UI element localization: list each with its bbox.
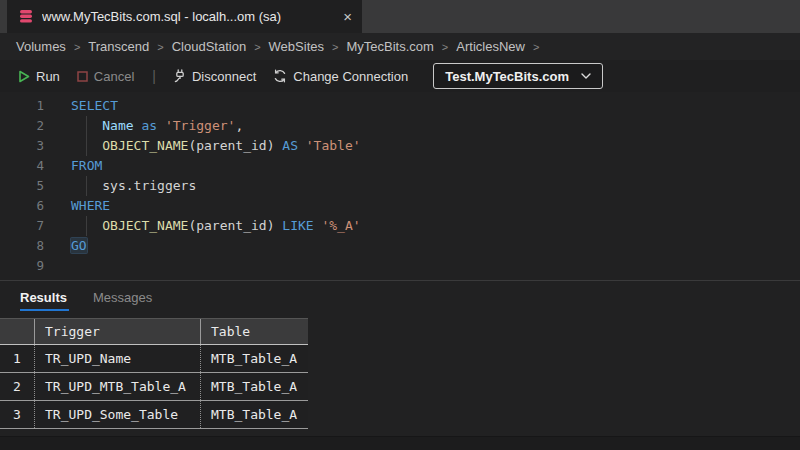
grid-cell[interactable]: TR_UPD_MTB_Table_A [34,373,200,400]
breadcrumb-separator-icon: > [254,41,260,53]
line-number: 4 [0,156,44,176]
line-number: 6 [0,196,44,216]
disconnect-label: Disconnect [192,69,256,84]
tab-results[interactable]: Results [20,290,67,314]
code-token: OBJECT_NAME [102,138,188,153]
results-panel: ResultsMessages TriggerTable1TR_UPD_Name… [0,280,800,429]
code-token: WHERE [71,198,110,213]
breadcrumb-item[interactable]: WebSites [269,39,324,54]
indent-guide [71,216,102,236]
grid-header-cell[interactable] [0,319,34,344]
table-row[interactable]: 1TR_UPD_NameMTB_Table_A [0,345,308,373]
breadcrumb-item[interactable]: MyTecBits.com [346,39,433,54]
breadcrumb-separator-icon: > [74,41,80,53]
change-connection-button[interactable]: Change Connection [273,69,408,84]
code-text: SELECT [71,96,118,116]
indent-guide [71,116,102,136]
code-text: OBJECT_NAME(parent_id) LIKE '%_A' [71,216,361,236]
code-token: sys.triggers [102,178,196,193]
indent-guide [71,176,102,196]
editor-tab[interactable]: www.MyTecBits.com.sql - localh...om (sa)… [7,0,362,33]
results-grid: TriggerTable1TR_UPD_NameMTB_Table_A2TR_U… [0,318,308,429]
tab-title: www.MyTecBits.com.sql - localh...om (sa) [42,9,281,24]
toolbar-divider: | [152,68,156,84]
database-icon [19,10,33,23]
code-text: GO [71,236,87,256]
grid-cell[interactable]: MTB_Table_A [200,345,308,372]
row-number-cell[interactable]: 1 [0,345,34,372]
grid-header-cell[interactable]: Trigger [34,319,200,344]
code-token: AS [282,138,298,153]
breadcrumb-item[interactable]: ArticlesNew [456,39,525,54]
code-token: GO [71,238,87,253]
code-line[interactable]: 8GO [0,236,800,256]
cancel-icon [77,71,88,82]
line-number: 7 [0,216,44,236]
editor-code[interactable]: 1SELECT2Name as 'Trigger',3OBJECT_NAME(p… [0,92,800,280]
line-number: 1 [0,96,44,116]
breadcrumb-separator-icon: > [533,41,539,53]
breadcrumb-separator-icon: > [332,41,338,53]
line-number: 9 [0,256,44,276]
tab-messages[interactable]: Messages [93,290,152,314]
breadcrumb-item[interactable]: CloudStation [172,39,246,54]
line-number: 3 [0,136,44,156]
breadcrumb-item[interactable]: Volumes [16,39,66,54]
code-line[interactable]: 3OBJECT_NAME(parent_id) AS 'Table' [0,136,800,156]
table-row[interactable]: 3TR_UPD_Some_TableMTB_Table_A [0,401,308,429]
grid-header-row: TriggerTable [0,319,308,345]
change-connection-label: Change Connection [293,69,408,84]
code-token: (parent_id) [188,218,274,233]
cancel-label: Cancel [94,69,134,84]
code-token: LIKE [282,218,313,233]
code-line[interactable]: 4FROM [0,156,800,176]
code-token: 'Table' [306,138,361,153]
code-line[interactable]: 5sys.triggers [0,176,800,196]
grid-cell[interactable]: MTB_Table_A [200,373,308,400]
code-line[interactable]: 2Name as 'Trigger', [0,116,800,136]
code-token: FROM [71,158,102,173]
code-text: Name as 'Trigger', [71,116,243,136]
connection-dropdown[interactable]: Test.MyTecBits.com [433,63,603,89]
tab-bar: www.MyTecBits.com.sql - localh...om (sa)… [0,0,800,33]
query-toolbar: Run Cancel | Disconnect [0,60,800,92]
grid-cell[interactable]: TR_UPD_Name [34,345,200,372]
run-icon [18,70,30,83]
status-bar [0,436,800,450]
run-label: Run [36,69,60,84]
code-line[interactable]: 7OBJECT_NAME(parent_id) LIKE '%_A' [0,216,800,236]
code-line[interactable]: 6WHERE [0,196,800,216]
code-token [157,118,165,133]
code-token: OBJECT_NAME [102,218,188,233]
breadcrumb-item[interactable]: Transcend [88,39,149,54]
code-text: OBJECT_NAME(parent_id) AS 'Table' [71,136,361,156]
grid-cell[interactable]: TR_UPD_Some_Table [34,401,200,428]
code-token: as [141,118,157,133]
code-token: (parent_id) [188,138,274,153]
code-token: Name [102,118,133,133]
code-token: SELECT [71,98,118,113]
row-number-cell[interactable]: 3 [0,401,34,428]
chevron-down-icon [581,73,591,79]
breadcrumb-separator-icon: > [442,41,448,53]
indent-guide [71,136,102,156]
close-icon[interactable]: × [343,9,352,24]
run-button[interactable]: Run [18,69,60,84]
code-token [298,138,306,153]
sql-editor-window: www.MyTecBits.com.sql - localh...om (sa)… [0,0,800,450]
grid-cell[interactable]: MTB_Table_A [200,401,308,428]
code-line[interactable]: 1SELECT [0,96,800,116]
code-line[interactable]: 9 [0,256,800,276]
grid-header-cell[interactable]: Table [200,319,308,344]
cancel-button[interactable]: Cancel [77,69,134,84]
code-text: FROM [71,156,102,176]
line-number: 8 [0,236,44,256]
disconnect-button[interactable]: Disconnect [174,69,256,84]
line-number: 5 [0,176,44,196]
row-number-cell[interactable]: 2 [0,373,34,400]
code-text: sys.triggers [71,176,196,196]
breadcrumb-separator-icon: > [157,41,163,53]
table-row[interactable]: 2TR_UPD_MTB_Table_AMTB_Table_A [0,373,308,401]
sync-icon [273,69,287,83]
code-token: '%_A' [321,218,360,233]
